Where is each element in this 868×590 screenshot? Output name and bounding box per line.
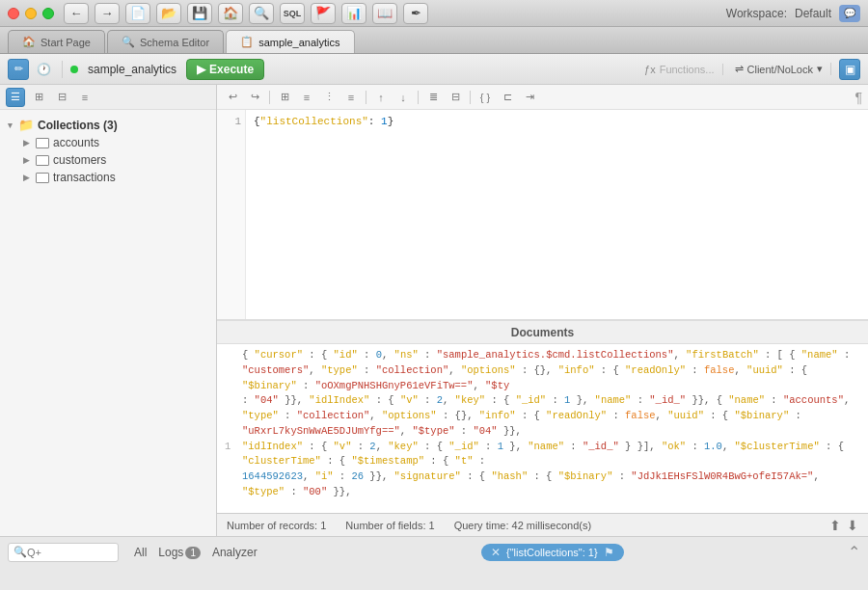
save-button[interactable]: 💾 [187,3,212,24]
customers-table-icon [36,155,49,166]
db-name-label: sample_analytics [88,63,176,76]
home-button[interactable]: 🏠 [218,3,243,24]
maximize-button[interactable] [42,8,54,19]
et-sep4 [470,91,471,104]
query-pill-pin-icon[interactable]: ⚑ [604,546,614,559]
traffic-lights [8,8,54,19]
doc-row-3: 1644592623, "i" : 26 }}, "signature" : {… [225,469,860,500]
doc-text-1: { "cursor" : { "id" : 0, "ns" : "sample_… [242,348,860,393]
execute-button[interactable]: ▶ Execute [186,59,264,80]
sidebar-item-accounts[interactable]: ▶ accounts [0,134,216,151]
view-button[interactable]: ▣ [839,59,860,80]
sql-button[interactable]: SQL [280,3,305,24]
chat-icon[interactable]: 💬 [839,5,860,22]
lock-area[interactable]: ⇌ Client/NoLock ▾ [727,63,831,75]
chevron-up-icon[interactable]: ⌃ [848,543,860,561]
toolbar-separator [62,61,63,78]
search-box[interactable]: 🔍 [8,543,119,562]
monitor-button[interactable]: 📊 [341,3,366,24]
forward-button[interactable]: → [95,3,120,24]
query-pill-close-icon[interactable]: ✕ [491,546,501,559]
start-page-icon: 🏠 [22,36,36,48]
doc-row-2: 1 "idlIndex" : { "v" : 2, "key" : { "_id… [225,440,860,470]
tab-analyzer[interactable]: Analyzer [212,544,258,561]
editor-toolbar: ↩ ↪ ⊞ ≡ ⋮ ≡ ↑ ↓ ≣ ⊟ { } ⊏ ⇥ ¶ [217,85,868,110]
workspace-info: Workspace: Default 💬 [726,5,860,22]
et-btn9[interactable]: { } [475,88,495,107]
search-toolbar-button[interactable]: 🔍 [249,3,274,24]
accounts-chevron-icon: ▶ [23,138,30,148]
editor-content: 1 {"listCollections": 1} [217,110,868,319]
functions-area[interactable]: ƒx Functions... [637,64,722,75]
tab-analytics-label: sample_analytics [258,37,339,48]
et-btn3[interactable]: ⋮ [319,88,339,107]
et-btn1[interactable]: ⊞ [275,88,294,107]
book-button[interactable]: 📖 [372,3,397,24]
et-btn5[interactable]: ↑ [371,88,391,107]
documents-panel: Documents { "cursor" : { "id" : 0, "ns" … [217,320,868,513]
minimize-button[interactable] [25,8,37,19]
doc-row-1b: : "04" }}, "idlIndex" : { "v" : 2, "key"… [225,393,860,439]
lock-icon: ⇌ [735,63,744,75]
bottom-tabs: All Logs1 Analyzer [134,544,258,561]
execute-label: Execute [209,63,254,76]
et-btn11[interactable]: ⇥ [520,88,539,107]
close-button[interactable] [8,8,19,19]
status-btn2[interactable]: ⬇ [847,518,858,533]
main-toolbar: ← → 📄 📂 💾 🏠 🔍 SQL 🚩 📊 📖 ✒ [64,3,726,24]
et-btn10[interactable]: ⊏ [498,88,517,107]
doc-linenum-1b [225,393,236,439]
documents-content[interactable]: { "cursor" : { "id" : 0, "ns" : "sample_… [217,344,868,513]
back-button[interactable]: ← [64,3,89,24]
search-input[interactable] [27,547,114,558]
lock-label: Client/NoLock [747,64,813,75]
et-sep1 [269,91,270,104]
documents-title: Documents [511,326,574,339]
bottom-bar: 🔍 All Logs1 Analyzer ✕ {"listCollections… [0,536,868,567]
doc-text-3: 1644592623, "i" : 26 }}, "signature" : {… [242,469,860,500]
execute-icon: ▶ [197,63,205,76]
tab-start-page[interactable]: 🏠 Start Page [8,30,105,53]
et-btn6[interactable]: ↓ [393,88,413,107]
sidebar-item-transactions[interactable]: ▶ transactions [0,169,216,186]
redo-button[interactable]: ↪ [245,88,264,107]
clock-button[interactable]: 🕐 [33,59,54,80]
code-editor[interactable]: {"listCollections": 1} [246,110,868,319]
collections-header[interactable]: ▾ 📁 Collections (3) [0,116,216,134]
et-sep2 [366,91,366,104]
sidebar-table-view-btn[interactable]: ⊞ [29,88,48,107]
doc-linenum-1 [225,348,236,393]
query-pill[interactable]: ✕ {"listCollections": 1} ⚑ [481,544,624,561]
tab-all[interactable]: All [134,544,147,561]
line-number-1: 1 [221,116,241,127]
sidebar-toolbar: ☰ ⊞ ⊟ ≡ [0,85,216,110]
open-folder-button[interactable]: 📂 [156,3,181,24]
sidebar-item-customers[interactable]: ▶ customers [0,151,216,169]
search-icon: 🔍 [14,546,27,558]
functions-label: Functions... [660,64,715,75]
doc-row-1: { "cursor" : { "id" : 0, "ns" : "sample_… [225,348,860,393]
sidebar: ☰ ⊞ ⊟ ≡ ▾ 📁 Collections (3) ▶ accounts ▶ [0,85,217,536]
undo-button[interactable]: ↩ [223,88,242,107]
et-btn8[interactable]: ⊟ [446,88,465,107]
tab-logs[interactable]: Logs1 [158,544,201,561]
flag-button[interactable]: 🚩 [311,3,336,24]
main-area: ☰ ⊞ ⊟ ≡ ▾ 📁 Collections (3) ▶ accounts ▶ [0,85,868,536]
et-btn7[interactable]: ≣ [423,88,443,107]
et-btn2[interactable]: ≡ [297,88,316,107]
doc-linenum-3 [225,469,236,500]
tab-schema-editor[interactable]: 🔍 Schema Editor [107,30,224,53]
tab-sample-analytics[interactable]: 📋 sample_analytics [226,30,354,53]
sidebar-detail-view-btn[interactable]: ≡ [75,88,95,107]
status-btn1[interactable]: ⬆ [829,518,841,533]
sidebar-tree-view-btn[interactable]: ☰ [6,88,25,107]
doc-text-1b: : "04" }}, "idlIndex" : { "v" : 2, "key"… [242,393,860,439]
transactions-label: transactions [53,171,116,184]
edit-mode-button[interactable]: ✏ [8,59,29,80]
et-btn4[interactable]: ≡ [341,88,361,107]
collections-tree: ▾ 📁 Collections (3) ▶ accounts ▶ custome… [0,110,216,536]
sidebar-list-view-btn[interactable]: ⊟ [52,88,71,107]
transactions-table-icon [36,173,49,183]
eyedropper-button[interactable]: ✒ [403,3,428,24]
new-file-button[interactable]: 📄 [125,3,150,24]
